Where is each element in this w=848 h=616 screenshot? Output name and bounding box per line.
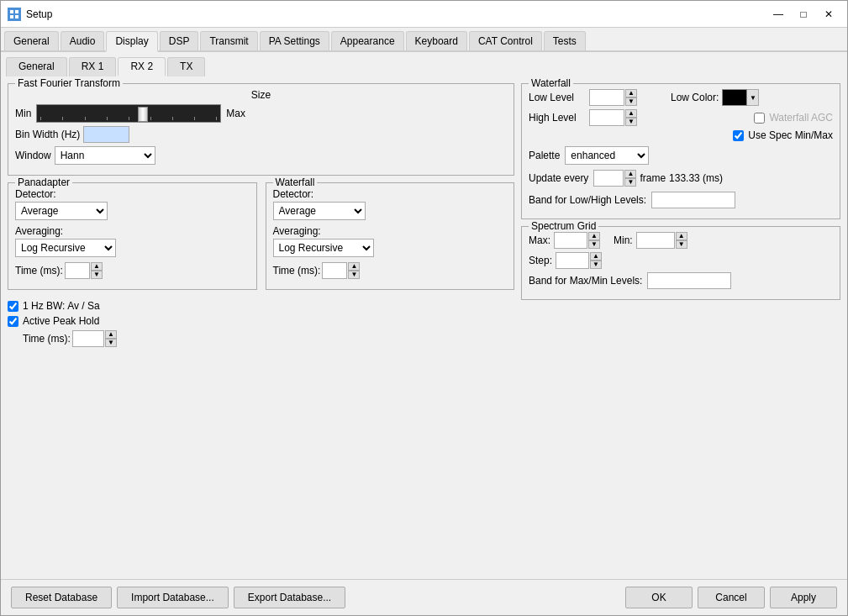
inner-tab-rx1[interactable]: RX 1 bbox=[69, 57, 117, 76]
spectrum-max-down[interactable]: ▼ bbox=[588, 240, 600, 249]
low-color-picker[interactable]: ▼ bbox=[722, 89, 759, 106]
svg-rect-1 bbox=[10, 10, 13, 13]
apply-button[interactable]: Apply bbox=[770, 587, 837, 608]
left-column: Fast Fourier Transform Size Min bbox=[8, 83, 514, 350]
spectrum-max-spin: 15 ▲ ▼ bbox=[554, 232, 600, 249]
spectrum-step-down[interactable]: ▼ bbox=[590, 261, 602, 269]
spectrum-grid-label: Spectrum Grid bbox=[529, 220, 598, 232]
tab-appearance[interactable]: Appearance bbox=[331, 31, 404, 50]
high-level-down[interactable]: ▼ bbox=[625, 118, 637, 126]
spectrum-min-spin-btns: ▲ ▼ bbox=[676, 232, 687, 249]
peak-time-up[interactable]: ▲ bbox=[105, 330, 117, 339]
update-every-up[interactable]: ▲ bbox=[624, 170, 636, 178]
band-low-high-input[interactable]: 2M & VHF+ bbox=[651, 192, 735, 208]
update-every-input[interactable]: 4 bbox=[593, 170, 624, 187]
svg-rect-2 bbox=[15, 10, 18, 13]
wfl-averaging-select[interactable]: Log Recursive bbox=[273, 239, 374, 257]
spectrum-grid-group: Spectrum Grid Max: 15 ▲ ▼ Min: bbox=[521, 226, 840, 300]
pan-time-input[interactable]: 2 bbox=[65, 262, 90, 279]
high-level-input[interactable]: -35 bbox=[589, 109, 624, 126]
import-db-button[interactable]: Import Database... bbox=[117, 587, 229, 608]
window-label: Window bbox=[15, 150, 51, 161]
hz-bw-row: 1 Hz BW: Av / Sa bbox=[8, 300, 514, 312]
frame-label: frame bbox=[640, 172, 666, 184]
waterfall-left-group: Waterfall Detector: Average Averaging: L… bbox=[266, 182, 515, 290]
active-peak-row: Active Peak Hold bbox=[8, 315, 514, 327]
high-level-up[interactable]: ▲ bbox=[625, 109, 637, 118]
low-level-row: Low Level -85 ▲ ▼ Low Color: ▼ bbox=[529, 89, 833, 106]
low-color-label: Low Color: bbox=[671, 92, 719, 103]
pan-detector-select[interactable]: Average bbox=[15, 202, 108, 220]
peak-time-input[interactable]: 100 bbox=[72, 330, 104, 347]
tab-display[interactable]: Display bbox=[106, 31, 157, 52]
wfl-time-up[interactable]: ▲ bbox=[348, 262, 360, 271]
tab-cat-control[interactable]: CAT Control bbox=[469, 31, 542, 50]
spectrum-max-up[interactable]: ▲ bbox=[588, 232, 600, 240]
main-window: Setup — □ ✕ General Audio Display DSP Tr… bbox=[0, 0, 848, 616]
low-level-input[interactable]: -85 bbox=[589, 89, 624, 106]
pan-detector-label: Detector: bbox=[15, 188, 56, 200]
spectrum-min-input[interactable]: -110 bbox=[636, 232, 675, 249]
wfl-averaging-label: Averaging: bbox=[273, 225, 321, 237]
tab-general[interactable]: General bbox=[4, 31, 59, 50]
minimize-button[interactable]: — bbox=[766, 5, 790, 24]
tab-dsp[interactable]: DSP bbox=[160, 31, 199, 50]
low-level-down[interactable]: ▼ bbox=[625, 97, 637, 106]
tick bbox=[172, 117, 173, 120]
footer: Reset Database Import Database... Export… bbox=[1, 579, 847, 615]
export-db-button[interactable]: Export Database... bbox=[234, 587, 345, 608]
inner-tab-rx2[interactable]: RX 2 bbox=[118, 57, 166, 76]
low-level-up[interactable]: ▲ bbox=[625, 89, 637, 97]
main-content: Fast Fourier Transform Size Min bbox=[8, 83, 840, 350]
tick bbox=[85, 117, 86, 120]
spectrum-step-up[interactable]: ▲ bbox=[590, 252, 602, 261]
update-every-down[interactable]: ▼ bbox=[624, 178, 636, 187]
title-bar: Setup — □ ✕ bbox=[1, 1, 847, 28]
window-select[interactable]: Hann bbox=[55, 146, 155, 165]
inner-tab-tx[interactable]: TX bbox=[167, 57, 205, 76]
reset-db-button[interactable]: Reset Database bbox=[11, 587, 112, 608]
close-button[interactable]: ✕ bbox=[817, 5, 840, 24]
low-color-dropdown-btn[interactable]: ▼ bbox=[747, 89, 759, 106]
tab-transmit[interactable]: Transmit bbox=[200, 31, 257, 50]
spectrum-max-input[interactable]: 15 bbox=[554, 232, 587, 249]
low-level-spin-btns: ▲ ▼ bbox=[625, 89, 637, 106]
wfl-time-input[interactable]: 2 bbox=[322, 262, 347, 279]
bin-width-label: Bin Width (Hz) bbox=[15, 129, 80, 140]
hz-bw-checkbox[interactable] bbox=[8, 301, 18, 312]
pan-averaging-select[interactable]: Log Recursive bbox=[15, 239, 116, 257]
checkbox-section: 1 Hz BW: Av / Sa Active Peak Hold Time (… bbox=[8, 300, 514, 347]
window-row: Window Hann bbox=[15, 146, 507, 165]
pan-time-down[interactable]: ▼ bbox=[91, 271, 103, 279]
bin-width-input[interactable]: 5.859 bbox=[83, 126, 129, 143]
use-spec-checkbox[interactable] bbox=[733, 130, 744, 141]
peak-time-down[interactable]: ▼ bbox=[105, 339, 117, 347]
active-peak-checkbox[interactable] bbox=[8, 316, 18, 327]
tab-keyboard[interactable]: Keyboard bbox=[406, 31, 467, 50]
wfl-detector-select[interactable]: Average bbox=[273, 202, 366, 220]
band-max-min-input[interactable]: 2M & VHF+ bbox=[647, 272, 731, 289]
spectrum-min-up[interactable]: ▲ bbox=[676, 232, 687, 240]
low-color-swatch[interactable] bbox=[722, 89, 747, 106]
pan-time-spin: 2 ▲ ▼ bbox=[65, 262, 103, 279]
spectrum-min-down[interactable]: ▼ bbox=[676, 240, 687, 249]
tab-pa-settings[interactable]: PA Settings bbox=[260, 31, 329, 50]
palette-select[interactable]: enhanced bbox=[565, 146, 649, 165]
fft-slider[interactable] bbox=[36, 104, 221, 123]
inner-tab-general[interactable]: General bbox=[6, 57, 67, 76]
spectrum-max-label: Max: bbox=[529, 234, 550, 246]
cancel-button[interactable]: Cancel bbox=[698, 587, 765, 608]
bin-width-row: Bin Width (Hz) 5.859 bbox=[15, 126, 507, 143]
waterfall-agc-row: Waterfall AGC bbox=[754, 112, 833, 124]
low-level-label: Low Level bbox=[529, 92, 589, 103]
ok-button[interactable]: OK bbox=[625, 587, 693, 608]
tab-audio[interactable]: Audio bbox=[61, 31, 105, 50]
band-max-min-row: Band for Max/Min Levels: 2M & VHF+ bbox=[529, 272, 833, 289]
panadapter-group-label: Panadapter bbox=[15, 176, 72, 188]
waterfall-agc-checkbox[interactable] bbox=[754, 113, 765, 124]
tab-tests[interactable]: Tests bbox=[544, 31, 586, 50]
wfl-time-down[interactable]: ▼ bbox=[348, 271, 360, 279]
pan-time-up[interactable]: ▲ bbox=[91, 262, 103, 271]
maximize-button[interactable]: □ bbox=[792, 5, 815, 24]
spectrum-step-input[interactable]: 5 bbox=[556, 252, 589, 269]
